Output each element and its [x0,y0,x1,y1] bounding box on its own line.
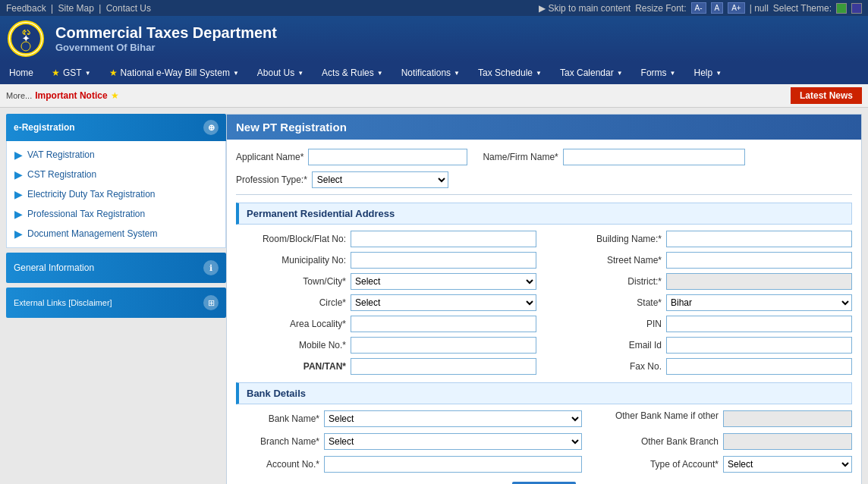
notice-important: Important Notice [35,90,107,101]
account-no-field: Account No.* [236,456,582,473]
building-input[interactable] [666,231,852,247]
nav-taxschedule[interactable]: Tax Schedule ▼ [469,61,551,84]
nav-notifications[interactable]: Notifications ▼ [392,61,469,84]
district-input[interactable] [666,273,852,290]
sidebar-item-cst-label: CST Registration [27,169,96,180]
pan-field: PAN/TAN* [236,358,536,375]
nav-help-label: Help [694,68,713,78]
room-input[interactable] [351,231,536,247]
nav-taxcalendar[interactable]: Tax Calendar ▼ [551,61,632,84]
theme-color-2[interactable] [851,3,862,14]
resize-label: Resize Font: [635,3,686,14]
form-title: New PT Registration [227,115,861,140]
feedback-link[interactable]: Feedback [6,3,46,14]
aboutus-arrow-icon: ▼ [297,70,303,77]
street-label: Street Name* [552,255,662,266]
account-type-select[interactable]: Select [723,456,852,473]
branch-field: Branch Name* Select [236,433,582,450]
document-arrow-icon: ▶ [14,228,23,240]
external-links-title: External Links [Disclaimer] [14,298,112,307]
taxschedule-arrow-icon: ▼ [536,70,542,77]
nav-gst-label: GST [63,68,82,78]
nav-aboutus[interactable]: About Us ▼ [248,61,313,84]
sidebar-item-vat[interactable]: ▶ VAT Registration [7,145,225,165]
state-field: State* Bihar [552,294,852,311]
help-arrow-icon: ▼ [715,70,722,77]
sidebar-item-electricity[interactable]: ▶ Electricity Duty Tax Registration [7,184,225,204]
notice-star-icon: ★ [111,90,119,101]
header-logo: ৫১ ✦ [8,20,44,57]
sidebar: e-Registration ⊕ ▶ VAT Registration ▶ CS… [6,114,226,484]
font-small-btn[interactable]: A- [691,2,706,14]
area-label: Area Locality* [236,319,346,329]
sidebar-item-professional-label: Professional Tax Registration [27,209,145,219]
namefirm-field: Name/Firm Name* [483,149,744,165]
branch-select[interactable]: Select [324,433,582,450]
email-input[interactable] [666,337,852,354]
skip-content: ▶ Skip to main content [539,3,631,14]
general-info-section[interactable]: General Information ℹ [6,253,226,283]
profession-select[interactable]: Select [312,171,448,188]
applicant-input[interactable] [308,149,467,165]
sidebar-item-document[interactable]: ▶ Document Management System [7,224,225,244]
nav-acts[interactable]: Acts & Rules ▼ [313,61,392,84]
state-select[interactable]: Bihar [666,294,852,311]
font-large-btn[interactable]: A+ [728,2,745,14]
area-input[interactable] [351,316,536,332]
theme-color-1[interactable] [836,3,847,14]
general-info-icon: ℹ [203,260,219,275]
nav-forms[interactable]: Forms ▼ [632,61,685,84]
external-links-section[interactable]: External Links [Disclaimer] ⊞ [6,288,226,318]
profession-label: Profession Type:* [236,174,307,185]
eregistration-icon: ⊕ [203,120,219,135]
other-bank-input[interactable] [723,410,852,427]
circle-select[interactable]: Select [351,294,536,311]
municipality-input[interactable] [351,252,536,269]
sitemap-link[interactable]: Site Map [58,3,94,14]
pan-input[interactable] [351,358,536,375]
gst-star-icon: ★ [52,68,60,78]
eway-star-icon: ★ [109,68,118,78]
top-bar-right: ▶ Skip to main content Resize Font: A- A… [539,2,862,14]
divider-1 [236,194,852,195]
town-select[interactable]: Select [351,273,536,290]
namefirm-input[interactable] [563,149,745,165]
professional-arrow-icon: ▶ [14,208,23,220]
nav-gst[interactable]: ★ GST ▼ [42,61,100,84]
town-field: Town/City* Select [236,273,536,290]
pin-input[interactable] [666,316,852,332]
addr-section-header: Permanent Residential Address [236,203,852,225]
namefirm-label: Name/Firm Name* [483,152,558,162]
sidebar-item-professional[interactable]: ▶ Professional Tax Registration [7,204,225,224]
other-branch-field: Other Bank Branch [597,433,852,450]
nav-home[interactable]: Home [0,61,42,84]
other-branch-input[interactable] [723,433,852,450]
logo: ৫১ ✦ [8,20,44,57]
street-input[interactable] [666,252,852,269]
nav-taxcalendar-label: Tax Calendar [560,68,614,78]
contact-link[interactable]: Contact Us [106,3,151,14]
taxcalendar-arrow-icon: ▼ [617,70,623,77]
profession-row: Profession Type:* Select ▼ [236,171,852,188]
cst-arrow-icon: ▶ [14,168,23,181]
mobile-input[interactable] [351,337,536,354]
nav-help[interactable]: Help ▼ [685,61,731,84]
account-no-input[interactable] [324,456,582,473]
fax-input[interactable] [666,358,852,375]
bank-name-select[interactable]: Select [324,410,582,427]
nav-home-label: Home [9,68,33,78]
pin-label: PIN [552,319,662,329]
acts-arrow-icon: ▼ [377,70,383,77]
external-links-icon: ⊞ [203,295,219,310]
pan-label: PAN/TAN* [236,361,346,372]
mobile-label: Mobile No.* [236,340,346,350]
navigation: Home ★ GST ▼ ★ National e-Way Bill Syste… [0,61,868,84]
content-area: New PT Registration Applicant Name* Name… [226,114,862,484]
nav-eway-label: National e-Way Bill System [121,68,230,78]
font-normal-btn[interactable]: A [711,2,724,14]
electricity-arrow-icon: ▶ [14,188,23,200]
sidebar-item-cst[interactable]: ▶ CST Registration [7,165,225,184]
sidebar-item-document-label: Document Management System [27,228,157,239]
nav-eway[interactable]: ★ National e-Way Bill System ▼ [100,61,248,84]
latest-news-btn[interactable]: Latest News [791,87,862,104]
